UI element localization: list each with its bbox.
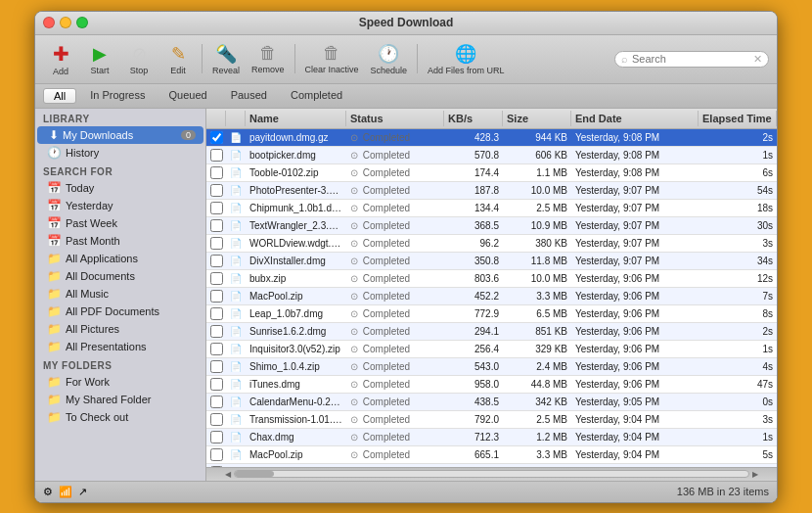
row-checkbox[interactable] xyxy=(206,358,226,375)
scroll-right-button[interactable]: ▶ xyxy=(749,470,761,479)
table-row[interactable]: 📄 Leap_1.0b7.dmg ⊙ Completed 772.9 6.5 M… xyxy=(206,305,777,323)
row-size: 2.4 MB xyxy=(503,359,571,374)
row-end-date: Yesterday, 9:06 PM xyxy=(571,289,699,303)
tab-in-progress[interactable]: In Progress xyxy=(80,88,155,104)
sidebar-item-past-week[interactable]: 📅 Past Week xyxy=(35,214,205,232)
sidebar-item-today[interactable]: 📅 Today xyxy=(35,179,205,197)
row-checkbox[interactable] xyxy=(206,411,226,428)
table-row[interactable]: 📄 Sunrise1.6.2.dmg ⊙ Completed 294.1 851… xyxy=(206,323,777,341)
stop-button[interactable]: ⊘ Stop xyxy=(121,41,157,77)
gear-icon[interactable]: ⚙ xyxy=(43,486,53,498)
addfiles-button[interactable]: 🌐 Add Files from URL xyxy=(424,41,509,77)
row-end-date: Yesterday, 9:07 PM xyxy=(571,218,699,233)
table-row[interactable]: 📄 bubx.zip ⊙ Completed 803.6 10.0 MB Yes… xyxy=(206,270,777,288)
col-elapsed[interactable]: Elapsed Time xyxy=(699,111,777,126)
row-checkbox[interactable] xyxy=(206,376,226,393)
col-size[interactable]: Size xyxy=(503,111,571,126)
downloads-icon: ⬇ xyxy=(49,128,59,142)
table-row[interactable]: 📄 Transmission-1.01.dmg ⊙ Completed 792.… xyxy=(206,411,777,429)
table-row[interactable]: 📄 bootpicker.dmg ⊙ Completed 570.8 606 K… xyxy=(206,147,777,164)
main-area: LIBRARY ⬇ My Downloads 0 🕐 History SEARC… xyxy=(35,109,777,481)
schedule-button[interactable]: 🕐 Schedule xyxy=(367,41,412,77)
scroll-left-button[interactable]: ◀ xyxy=(222,470,234,479)
sidebar-item-past-month[interactable]: 📅 Past Month xyxy=(35,232,205,250)
tab-paused[interactable]: Paused xyxy=(221,88,277,104)
table-row[interactable]: 📄 MacPool.zip ⊙ Completed 452.2 3.3 MB Y… xyxy=(206,288,777,305)
minimize-button[interactable] xyxy=(60,17,71,28)
search-box[interactable]: ⌕ ✕ xyxy=(614,51,769,68)
row-elapsed: 4s xyxy=(699,359,777,374)
start-button[interactable]: ▶ Start xyxy=(82,41,117,77)
row-checkbox[interactable] xyxy=(206,288,226,304)
sidebar-item-pdf[interactable]: 📁 All PDF Documents xyxy=(35,303,205,320)
col-status[interactable]: Status xyxy=(346,111,444,126)
table-row[interactable]: 📄 CalendarMenu-0.2.dmg.gz ⊙ Completed 43… xyxy=(206,394,777,411)
status-icon: ⊙ xyxy=(350,396,358,407)
table-row[interactable]: 📄 Inquisitor3.0(v52).zip ⊙ Completed 256… xyxy=(206,341,777,358)
row-checkbox[interactable] xyxy=(206,164,226,181)
row-checkbox[interactable] xyxy=(206,182,226,199)
row-checkbox[interactable] xyxy=(206,253,226,269)
table-row[interactable]: 📄 TextWrangler_2.3.dmg ⊙ Completed 368.5… xyxy=(206,217,777,235)
sidebar-item-history[interactable]: 🕐 History xyxy=(35,144,205,162)
clear-button[interactable]: 🗑 Clear Inactive xyxy=(301,41,363,76)
row-checkbox[interactable] xyxy=(206,217,226,234)
row-checkbox[interactable] xyxy=(206,129,226,146)
sidebar-item-shared[interactable]: 📁 My Shared Folder xyxy=(35,391,205,408)
row-checkbox[interactable] xyxy=(206,235,226,252)
table-row[interactable]: 📄 payitdown.dmg.gz ⊙ Completed 428.3 944… xyxy=(206,129,777,147)
sidebar-item-presentations[interactable]: 📁 All Presentations xyxy=(35,338,205,355)
sidebar-item-for-work[interactable]: 📁 For Work xyxy=(35,373,205,391)
col-kbs[interactable]: KB/s xyxy=(444,111,503,126)
table-row[interactable]: 📄 MacPool.zip ⊙ Completed 665.1 3.3 MB Y… xyxy=(206,446,777,464)
table-row[interactable]: 📄 DivXInstaller.dmg ⊙ Completed 350.8 11… xyxy=(206,253,777,270)
sidebar-item-my-downloads[interactable]: ⬇ My Downloads 0 xyxy=(37,126,203,144)
close-button[interactable] xyxy=(43,17,55,28)
sidebar-item-yesterday[interactable]: 📅 Yesterday xyxy=(35,197,205,214)
row-elapsed: 47s xyxy=(699,377,777,392)
reveal-icon: 🔦 xyxy=(215,43,237,65)
row-checkbox[interactable] xyxy=(206,446,226,463)
table-row[interactable]: 📄 Chipmunk_1.0b1.dmg ⊙ Completed 134.4 2… xyxy=(206,200,777,217)
search-input[interactable] xyxy=(632,53,749,65)
col-name[interactable]: Name xyxy=(246,111,346,126)
edit-icon: ✎ xyxy=(171,43,186,65)
sidebar-item-check-out[interactable]: 📁 To Check out xyxy=(35,408,205,426)
edit-button[interactable]: ✎ Edit xyxy=(160,41,196,77)
sidebar-item-applications[interactable]: 📁 All Applications xyxy=(35,250,205,267)
row-checkbox[interactable] xyxy=(206,305,226,322)
tab-queued[interactable]: Queued xyxy=(158,88,216,104)
tab-all[interactable]: All xyxy=(43,88,76,104)
clear-search-icon[interactable]: ✕ xyxy=(753,53,762,66)
table-row[interactable]: 📄 Shimo_1.0.4.zip ⊙ Completed 543.0 2.4 … xyxy=(206,358,777,376)
add-button[interactable]: ✚ Add xyxy=(43,40,78,78)
row-kbs: 792.0 xyxy=(444,412,503,427)
table-row[interactable]: 📄 iTunes.dmg ⊙ Completed 958.0 44.8 MB Y… xyxy=(206,376,777,394)
sidebar-item-documents[interactable]: 📁 All Documents xyxy=(35,267,205,285)
row-checkbox[interactable] xyxy=(206,200,226,216)
sidebar-item-pictures[interactable]: 📁 All Pictures xyxy=(35,320,205,338)
row-checkbox[interactable] xyxy=(206,429,226,445)
row-checkbox[interactable] xyxy=(206,323,226,340)
tab-completed[interactable]: Completed xyxy=(281,88,352,104)
table-row[interactable]: 📄 Tooble-0102.zip ⊙ Completed 174.4 1.1 … xyxy=(206,164,777,182)
col-end-date[interactable]: End Date xyxy=(571,111,699,126)
row-checkbox[interactable] xyxy=(206,394,226,410)
status-text: Completed xyxy=(363,185,410,196)
remove-button[interactable]: 🗑 Remove xyxy=(248,41,289,76)
row-checkbox[interactable] xyxy=(206,341,226,357)
row-checkbox[interactable] xyxy=(206,147,226,163)
reveal-button[interactable]: 🔦 Reveal xyxy=(208,41,244,77)
table-row[interactable]: 📄 WORLDview.wdgt.zip ⊙ Completed 96.2 38… xyxy=(206,235,777,253)
table-row[interactable]: 📄 PhotoPresenter-3.3.dmg ⊙ Completed 187… xyxy=(206,182,777,200)
row-elapsed: 6s xyxy=(699,165,777,180)
row-elapsed: 18s xyxy=(699,201,777,215)
export-icon[interactable]: ↗ xyxy=(78,486,87,498)
scrollbar-thumb[interactable] xyxy=(235,471,274,477)
row-checkbox[interactable] xyxy=(206,270,226,287)
row-end-date: Yesterday, 9:06 PM xyxy=(571,359,699,374)
table-row[interactable]: 📄 Chax.dmg ⊙ Completed 712.3 1.2 MB Yest… xyxy=(206,429,777,446)
sidebar-item-music[interactable]: 📁 All Music xyxy=(35,285,205,303)
maximize-button[interactable] xyxy=(76,17,88,28)
scrollbar-track[interactable] xyxy=(234,470,749,478)
